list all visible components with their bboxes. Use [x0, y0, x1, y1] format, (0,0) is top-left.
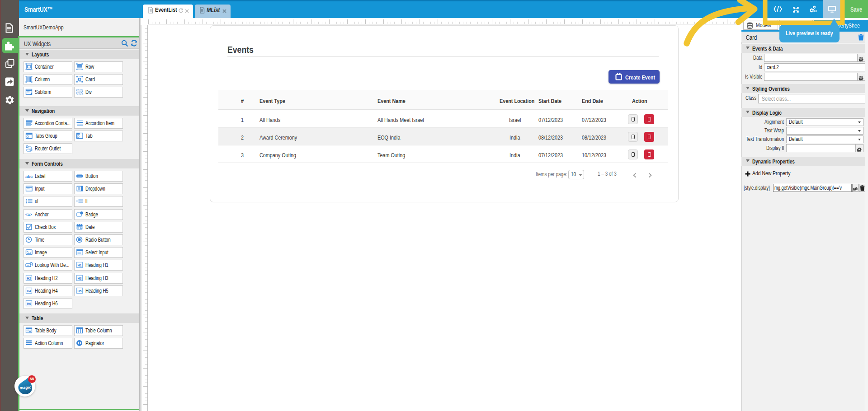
svg-text:magic: magic: [19, 385, 31, 390]
